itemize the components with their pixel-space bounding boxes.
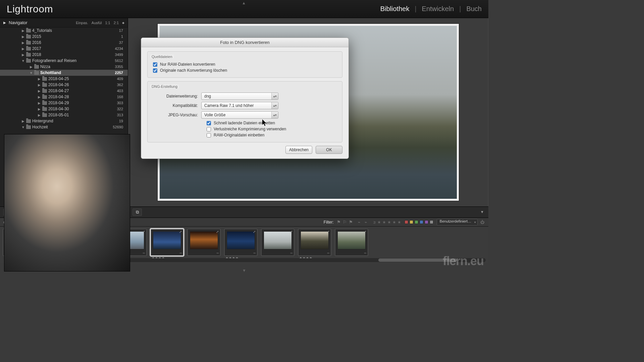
filter-switch-2[interactable]: ⌁ [363, 220, 369, 225]
toolbar-disclosure-icon[interactable]: ▼ [480, 210, 485, 215]
delete-originals-checkbox[interactable] [153, 68, 157, 73]
folder-row[interactable]: Fotografieren auf Reisen5612 [0, 58, 128, 64]
disclosure-triangle-icon[interactable] [30, 71, 33, 75]
folder-row[interactable]: 20151 [0, 34, 128, 40]
nav-2to1[interactable]: 2:1 [114, 21, 119, 25]
only-raw-checkbox[interactable] [153, 62, 157, 67]
navigator-header[interactable]: ▶ Navigator Einpas. Ausfül 1:1 2:1 ◆ [0, 18, 128, 27]
module-book[interactable]: Buch [466, 5, 482, 13]
folder-row[interactable]: 2018-04-28168 [0, 94, 128, 100]
navigator-disclosure-icon[interactable]: ▶ [3, 21, 6, 24]
file-extension-select[interactable]: dng ▴▾ [201, 93, 278, 100]
delete-originals-label: Originale nach Konvertierung löschen [160, 68, 227, 73]
embed-raw-checkbox[interactable] [207, 133, 211, 137]
filter-star-5[interactable]: ★ [397, 220, 401, 225]
collapse-top-icon[interactable]: ▲ [242, 1, 247, 3]
disclosure-triangle-icon[interactable] [38, 83, 41, 87]
disclosure-triangle-icon[interactable] [21, 47, 25, 51]
disclosure-triangle-icon[interactable] [38, 107, 41, 111]
filter-star-3[interactable]: ★ [387, 220, 391, 225]
disclosure-triangle-icon[interactable] [21, 35, 25, 39]
disclosure-triangle-icon[interactable] [38, 77, 41, 81]
ok-button[interactable]: OK [316, 146, 342, 154]
filter-flag-rejected[interactable]: ⚑ [348, 220, 353, 225]
fast-load-checkbox-row[interactable]: Schnell ladende Dateien einbetten [207, 121, 339, 125]
lossy-checkbox[interactable] [207, 127, 211, 131]
compatibility-select[interactable]: Camera Raw 7.1 und höher ▴▾ [201, 102, 278, 109]
disclosure-triangle-icon[interactable] [38, 95, 41, 99]
disclosure-triangle-icon[interactable] [21, 53, 25, 57]
source-files-heading: Quelldateien [150, 55, 174, 59]
folder-icon [42, 77, 47, 81]
disclosure-triangle-icon[interactable] [21, 59, 25, 63]
folder-row[interactable]: 2018-04-27403 [0, 88, 128, 94]
filter-star-1[interactable]: ★ [377, 220, 381, 225]
folder-row[interactable]: 2018-04-26362 [0, 82, 128, 88]
fast-load-checkbox[interactable] [207, 121, 211, 125]
disclosure-triangle-icon[interactable] [21, 41, 25, 45]
folder-row[interactable]: 20174234 [0, 46, 128, 52]
disclosure-triangle-icon[interactable] [21, 125, 25, 129]
module-develop[interactable]: Entwickeln [422, 5, 454, 13]
filter-color-label[interactable] [425, 220, 428, 224]
cancel-button[interactable]: Abbrechen [285, 146, 312, 154]
module-library[interactable]: Bibliothek [380, 5, 410, 13]
nav-fit[interactable]: Einpas. [76, 21, 88, 25]
folder-name: 2018-04-27 [48, 88, 69, 93]
folder-row[interactable]: 4_Tutorials17 [0, 27, 128, 34]
disclosure-triangle-icon[interactable] [21, 29, 25, 33]
folder-row[interactable]: Nizza3355 [0, 64, 128, 70]
filmstrip-thumbnail[interactable]: ⤢▫▫★★★★ [224, 229, 258, 256]
filter-color-label[interactable] [420, 220, 423, 224]
filter-flag-picked[interactable]: ⚑ [336, 220, 341, 225]
filmstrip-scrollbar[interactable] [127, 258, 486, 262]
folder-row[interactable]: 20183499 [0, 52, 128, 58]
disclosure-triangle-icon[interactable] [38, 101, 41, 105]
filmstrip-thumbnail[interactable]: ⤢▫▫★★★★ [298, 229, 331, 256]
folder-count: 3355 [115, 65, 124, 69]
thumbnail-icons: ▫▫ [180, 251, 182, 255]
filter-star-2[interactable]: ★ [382, 220, 386, 225]
folder-row[interactable]: Hintergrund19 [0, 118, 128, 124]
disclosure-triangle-icon[interactable] [30, 65, 33, 69]
folder-row[interactable]: Schottland2257 [0, 70, 128, 76]
folder-row[interactable]: 2018-05-01313 [0, 112, 128, 118]
filter-flag-unflagged[interactable]: ⚐ [342, 220, 347, 225]
filter-color-label[interactable] [410, 220, 413, 224]
filter-color-label[interactable] [430, 220, 433, 224]
nav-fill[interactable]: Ausfül [92, 21, 102, 25]
filmstrip-thumbnail[interactable]: ⤢▫▫ [335, 229, 368, 256]
disclosure-triangle-icon[interactable] [38, 113, 41, 117]
filter-preset-select[interactable]: Benutzerdefiniert… ▾ [437, 219, 478, 226]
embed-raw-checkbox-row[interactable]: RAW-Originaldatei einbetten [207, 133, 339, 137]
only-raw-checkbox-row[interactable]: Nur RAW-Dateien konvertieren [153, 62, 339, 67]
folder-row[interactable]: 201637 [0, 40, 128, 46]
nav-zoom-caret-icon[interactable]: ◆ [122, 21, 124, 24]
filmstrip-thumbnail[interactable]: ⤢▫▫★★★★ [150, 229, 184, 256]
lossy-checkbox-row[interactable]: Verlustreiche Komprimierung verwenden [207, 127, 339, 131]
folder-row[interactable]: 2018-04-30322 [0, 106, 128, 112]
collapse-bottom-icon[interactable]: ▼ [242, 268, 246, 273]
folder-row[interactable]: 2018-04-29303 [0, 100, 128, 106]
filter-rating-op[interactable]: ≥ [372, 220, 377, 225]
jpeg-preview-select[interactable]: Volle Größe ▴▾ [201, 111, 278, 119]
disclosure-triangle-icon[interactable] [38, 89, 41, 93]
folder-tree[interactable]: 4_Tutorials17201512016372017423420183499… [0, 27, 128, 130]
filter-color-label[interactable] [415, 220, 418, 224]
filmstrip-scrollbar-handle[interactable] [378, 258, 457, 262]
delete-originals-checkbox-row[interactable]: Originale nach Konvertierung löschen [153, 68, 339, 73]
sync-button[interactable]: ⧉ [132, 208, 142, 216]
app-logo: Lightroom [7, 3, 53, 15]
filter-color-label[interactable] [405, 220, 408, 224]
folder-row[interactable]: Hochzeit52690 [0, 124, 128, 130]
nav-1to1[interactable]: 1:1 [105, 21, 110, 25]
filmstrip-thumbnail[interactable]: ⤢▫▫ [261, 229, 294, 256]
folder-row[interactable]: 2018-04-25409 [0, 76, 128, 82]
filter-star-4[interactable]: ★ [392, 220, 396, 225]
filmstrip-thumbnail[interactable]: ⤢▫▫ [187, 229, 221, 256]
navigator-zoom-options: Einpas. Ausfül 1:1 2:1 ◆ [76, 21, 124, 25]
disclosure-triangle-icon[interactable] [21, 119, 25, 123]
folder-name: 2018 [32, 52, 41, 57]
filter-lock-button[interactable]: ⏻ [480, 220, 485, 225]
filter-switch-1[interactable]: ⌁ [357, 220, 362, 225]
